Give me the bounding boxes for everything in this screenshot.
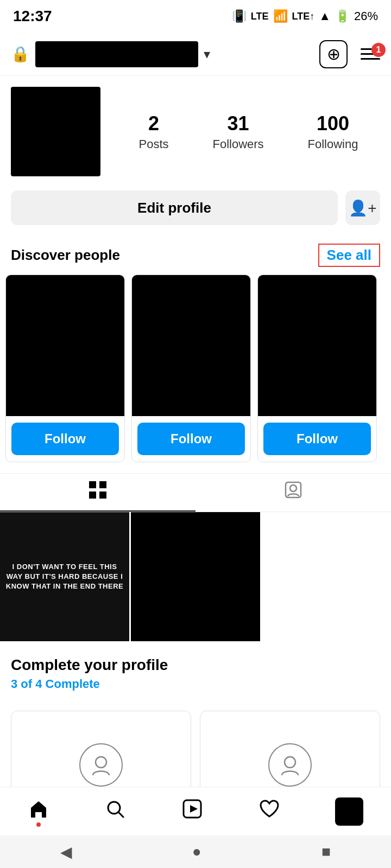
svg-rect-0 [89, 481, 96, 488]
profile-section: 2 Posts 31 Followers 100 Following [0, 76, 391, 182]
follow-button-1[interactable]: Follow [11, 423, 119, 455]
tagged-icon [283, 480, 303, 505]
complete-profile-subtitle: 3 of 4 Complete [11, 677, 380, 691]
complete-profile-section: Complete your profile 3 of 4 Complete [0, 641, 391, 700]
content-tabs [0, 473, 391, 512]
avatar[interactable] [11, 87, 100, 176]
post-quote-text: I DON'T WANT TO FEEL THIS WAY BUT IT'S H… [0, 557, 129, 597]
profile-stats: 2 Posts 31 Followers 100 Following [117, 112, 380, 151]
svg-rect-2 [89, 492, 96, 499]
nav-right: ⊕ 1 [319, 40, 380, 68]
top-nav: 🔒 ▾ ⊕ 1 [0, 33, 391, 76]
tab-grid[interactable] [0, 474, 195, 512]
follow-button-3[interactable]: Follow [263, 423, 371, 455]
add-person-button[interactable]: 👤+ [345, 190, 380, 225]
android-recents-button[interactable]: ■ [321, 843, 331, 860]
lte-icon: LTE [251, 11, 269, 22]
discover-card-3: Follow [257, 275, 377, 462]
post-cell-1[interactable]: I DON'T WANT TO FEEL THIS WAY BUT IT'S H… [0, 512, 129, 641]
username-bar [35, 41, 198, 67]
posts-stat[interactable]: 2 Posts [138, 112, 168, 151]
posts-count: 2 [148, 112, 159, 135]
android-home-button[interactable]: ● [192, 843, 201, 860]
svg-rect-1 [99, 481, 106, 488]
following-label: Following [308, 137, 358, 151]
discover-card-image-2 [132, 275, 250, 416]
followers-label: Followers [212, 137, 263, 151]
discover-card-image-1 [6, 275, 124, 416]
following-count: 100 [317, 112, 349, 135]
nav-home[interactable] [28, 798, 49, 825]
grid-icon [88, 480, 108, 505]
svg-point-7 [285, 757, 295, 768]
posts-grid: I DON'T WANT TO FEEL THIS WAY BUT IT'S H… [0, 512, 391, 641]
svg-rect-3 [99, 492, 106, 499]
heart-icon [258, 798, 280, 825]
following-stat[interactable]: 100 Following [308, 112, 358, 151]
svg-marker-11 [190, 805, 198, 813]
android-back-button[interactable]: ◀ [60, 843, 72, 861]
nav-reels[interactable] [181, 798, 203, 825]
discover-card-2: Follow [131, 275, 251, 462]
nav-left: 🔒 ▾ [11, 41, 210, 67]
lte2-icon: LTE↑ [292, 11, 315, 22]
nav-activity[interactable] [258, 798, 280, 825]
discover-title: Discover people [11, 247, 120, 264]
menu-button[interactable]: 1 [361, 48, 380, 60]
status-icons: 📳 LTE 📶 LTE↑ ▲ 🔋 26% [232, 9, 378, 23]
svg-point-5 [290, 485, 297, 492]
post-cell-3[interactable] [262, 512, 391, 641]
profile-thumbnail [335, 797, 363, 826]
status-bar: 12:37 📳 LTE 📶 LTE↑ ▲ 🔋 26% [0, 0, 391, 33]
complete-avatar-2 [268, 743, 312, 787]
search-icon [104, 798, 126, 825]
followers-count: 31 [228, 112, 249, 135]
post-overlay-1: I DON'T WANT TO FEEL THIS WAY BUT IT'S H… [0, 512, 129, 641]
add-person-icon: 👤+ [349, 199, 376, 217]
home-icon [28, 798, 49, 825]
progress-count: 3 of 4 [11, 677, 42, 691]
reels-icon [181, 798, 203, 825]
vibrate-icon: 📳 [232, 9, 247, 23]
action-buttons: Edit profile 👤+ [0, 182, 391, 234]
svg-point-6 [96, 757, 106, 768]
home-active-dot [36, 822, 41, 827]
battery-icon: 🔋 [335, 9, 350, 23]
discover-card-1: Follow [5, 275, 125, 462]
see-all-button[interactable]: See all [318, 244, 380, 267]
discover-cards-container: Follow Follow Follow [0, 275, 391, 462]
nav-profile[interactable] [335, 797, 363, 826]
notification-badge: 1 [371, 43, 386, 57]
signal-icon: ▲ [319, 9, 331, 23]
followers-stat[interactable]: 31 Followers [212, 112, 263, 151]
complete-avatar-1 [79, 743, 123, 787]
lock-icon: 🔒 [11, 45, 30, 63]
new-post-button[interactable]: ⊕ [319, 40, 348, 68]
progress-suffix: Complete [42, 677, 99, 691]
discover-header: Discover people See all [0, 234, 391, 275]
dropdown-icon[interactable]: ▾ [204, 47, 210, 62]
discover-card-image-3 [258, 275, 376, 416]
tab-tagged[interactable] [195, 474, 391, 512]
follow-button-2[interactable]: Follow [137, 423, 245, 455]
nav-search[interactable] [104, 798, 126, 825]
android-nav-bar: ◀ ● ■ [0, 835, 391, 868]
posts-label: Posts [138, 137, 168, 151]
post-cell-2[interactable] [131, 512, 260, 641]
wifi-icon: 📶 [273, 9, 288, 23]
bottom-nav [0, 787, 391, 835]
battery-percentage: 26% [354, 9, 378, 23]
svg-line-9 [118, 812, 123, 817]
complete-profile-title: Complete your profile [11, 656, 380, 674]
plus-icon: ⊕ [327, 44, 340, 63]
edit-profile-button[interactable]: Edit profile [11, 190, 338, 225]
status-time: 12:37 [13, 8, 52, 25]
